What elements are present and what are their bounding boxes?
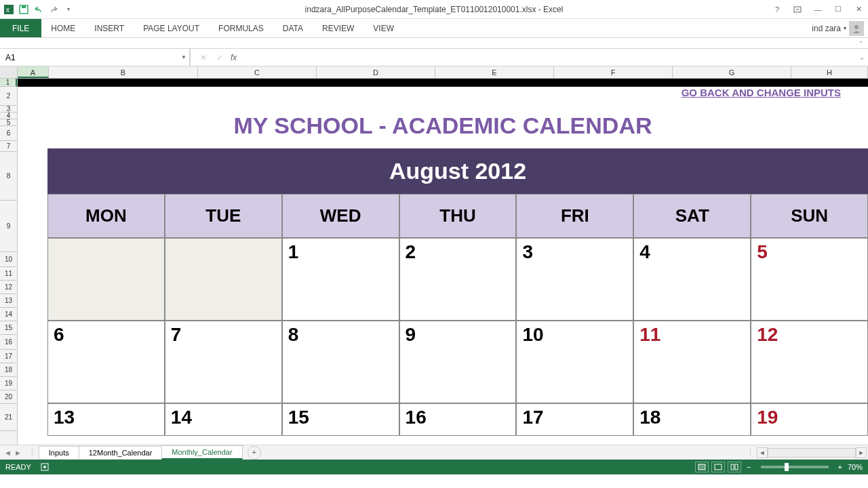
- calendar-cell[interactable]: 10: [516, 321, 633, 403]
- row-header[interactable]: 13: [0, 294, 17, 308]
- calendar-cell[interactable]: 9: [399, 321, 517, 403]
- tab-view[interactable]: VIEW: [363, 19, 403, 37]
- tab-formulas[interactable]: FORMULAS: [209, 19, 273, 37]
- page-layout-view-icon[interactable]: [711, 462, 725, 472]
- add-sheet-icon[interactable]: +: [248, 446, 261, 460]
- calendar-cell[interactable]: 2: [399, 238, 517, 321]
- row-header[interactable]: 7: [0, 141, 17, 152]
- row-header[interactable]: 1: [0, 79, 17, 87]
- row-header[interactable]: 16: [0, 335, 17, 350]
- calendar-cell[interactable]: 18: [633, 403, 751, 436]
- normal-view-icon[interactable]: [695, 462, 709, 472]
- row-header[interactable]: 5: [0, 119, 17, 126]
- cancel-formula-icon[interactable]: ✕: [195, 53, 212, 62]
- undo-icon[interactable]: [33, 3, 45, 16]
- day-header: SUN: [751, 194, 868, 238]
- calendar-cell[interactable]: 17: [516, 403, 633, 436]
- close-icon[interactable]: ✕: [850, 3, 867, 16]
- day-header: SAT: [633, 194, 751, 238]
- row-header[interactable]: 17: [0, 350, 17, 363]
- enter-formula-icon[interactable]: ✓: [212, 53, 228, 62]
- calendar-cell[interactable]: 14: [165, 403, 282, 436]
- scroll-split-handle[interactable]: ⋮: [744, 448, 757, 457]
- user-name[interactable]: ind zara: [812, 24, 841, 33]
- calendar-cell[interactable]: 11: [633, 321, 751, 403]
- calendar-cell[interactable]: [165, 238, 282, 321]
- col-header-h[interactable]: H: [791, 66, 868, 78]
- zoom-slider[interactable]: [761, 466, 829, 468]
- col-header-f[interactable]: F: [554, 66, 673, 78]
- macro-record-icon[interactable]: [41, 463, 49, 471]
- sheet-area[interactable]: GO BACK AND CHANGE INPUTS MY SCHOOL - AC…: [18, 79, 868, 445]
- calendar-cell[interactable]: 19: [751, 403, 868, 436]
- col-header-c[interactable]: C: [198, 66, 317, 78]
- minimize-icon[interactable]: —: [810, 3, 826, 16]
- row-header[interactable]: 10: [0, 252, 17, 267]
- ribbon-expand-icon[interactable]: ⌃: [859, 40, 864, 47]
- tab-home[interactable]: HOME: [41, 19, 85, 37]
- scroll-right-icon[interactable]: ►: [856, 447, 867, 458]
- row-header[interactable]: 19: [0, 377, 17, 390]
- fx-icon[interactable]: fx: [228, 53, 239, 62]
- row-header[interactable]: 18: [0, 363, 17, 377]
- page-break-view-icon[interactable]: [728, 462, 741, 472]
- sheet-tab-inputs[interactable]: Inputs: [39, 446, 79, 459]
- save-icon[interactable]: [18, 3, 30, 16]
- tab-insert[interactable]: INSERT: [85, 19, 134, 37]
- formula-input[interactable]: [239, 53, 856, 62]
- row-header[interactable]: 8: [0, 152, 17, 201]
- calendar-cell[interactable]: [47, 238, 165, 321]
- excel-app-icon[interactable]: x: [3, 3, 15, 16]
- calendar-cell[interactable]: 6: [47, 321, 165, 403]
- col-header-b[interactable]: B: [49, 66, 198, 78]
- go-back-link[interactable]: GO BACK AND CHANGE INPUTS: [682, 87, 841, 98]
- calendar-cell[interactable]: 4: [633, 238, 751, 321]
- row-header[interactable]: 6: [0, 126, 17, 141]
- formula-bar-expand-icon[interactable]: ⌄: [856, 54, 868, 61]
- user-avatar-icon[interactable]: [849, 21, 864, 36]
- row-header[interactable]: 2: [0, 87, 17, 106]
- col-header-e[interactable]: E: [435, 66, 554, 78]
- calendar-cell[interactable]: 5: [751, 238, 868, 321]
- qat-customize-icon[interactable]: ▾: [62, 3, 75, 16]
- row-header[interactable]: 21: [0, 404, 17, 431]
- col-header-g[interactable]: G: [673, 66, 791, 78]
- sheet-nav-handle[interactable]: ⋮: [26, 448, 39, 457]
- row-header[interactable]: 11: [0, 267, 17, 281]
- scroll-left-icon[interactable]: ◄: [757, 447, 768, 458]
- calendar-cell[interactable]: 8: [282, 321, 399, 403]
- calendar-cell[interactable]: 15: [282, 403, 399, 436]
- calendar-cell[interactable]: 1: [282, 238, 399, 321]
- svg-rect-4: [794, 7, 801, 12]
- row-header[interactable]: 9: [0, 201, 17, 252]
- tab-review[interactable]: REVIEW: [313, 19, 363, 37]
- select-all-triangle[interactable]: [0, 66, 18, 78]
- ribbon-options-icon[interactable]: [789, 3, 806, 16]
- row-header[interactable]: 20: [0, 390, 17, 404]
- calendar-cell[interactable]: 16: [399, 403, 517, 436]
- file-tab[interactable]: FILE: [0, 19, 41, 37]
- col-header-a[interactable]: A: [18, 66, 49, 78]
- zoom-in-icon[interactable]: +: [835, 463, 845, 471]
- zoom-level[interactable]: 70%: [848, 463, 863, 471]
- row-header[interactable]: 15: [0, 321, 17, 335]
- help-icon[interactable]: ?: [769, 3, 785, 16]
- name-box-dropdown-icon[interactable]: ▼: [181, 54, 186, 60]
- tab-data[interactable]: DATA: [273, 19, 313, 37]
- zoom-out-icon[interactable]: −: [744, 463, 753, 471]
- col-header-d[interactable]: D: [317, 66, 435, 78]
- calendar-cell[interactable]: 7: [165, 321, 282, 403]
- sheet-nav[interactable]: ◄►: [0, 449, 26, 457]
- tab-page-layout[interactable]: PAGE LAYOUT: [134, 19, 209, 37]
- scroll-track[interactable]: [768, 448, 856, 458]
- calendar-cell[interactable]: 12: [751, 321, 868, 403]
- sheet-tab-12month[interactable]: 12Month_Calendar: [79, 446, 163, 459]
- name-box[interactable]: A1 ▼: [0, 49, 190, 66]
- calendar-cell[interactable]: 13: [47, 403, 165, 436]
- row-header[interactable]: 14: [0, 308, 17, 321]
- calendar-cell[interactable]: 3: [516, 238, 633, 321]
- redo-icon[interactable]: [47, 3, 60, 16]
- row-header[interactable]: 12: [0, 281, 17, 294]
- maximize-icon[interactable]: ☐: [830, 3, 846, 16]
- sheet-tab-monthly[interactable]: Monthly_Calendar: [161, 445, 242, 460]
